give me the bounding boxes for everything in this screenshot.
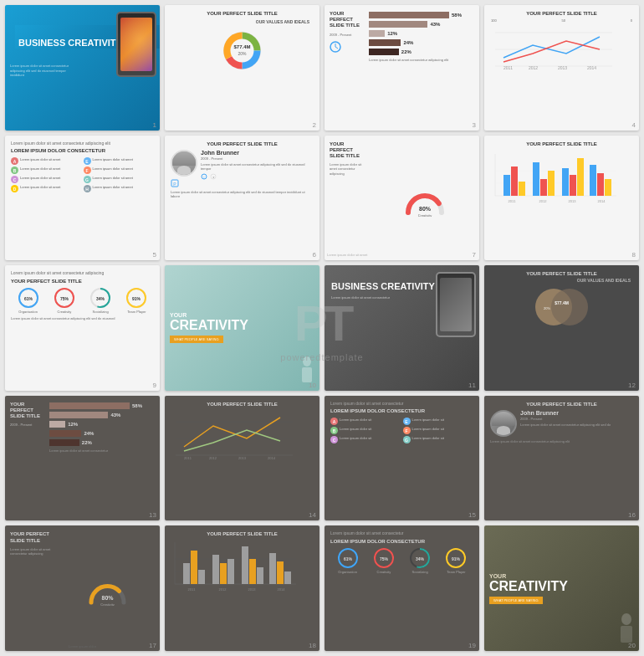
slide-16-title: YOUR PERFECT SLIDE TITLE — [488, 399, 636, 408]
slide-11-body: Lorem ipsum dolor sit amet consectetur — [328, 292, 476, 304]
svg-rect-77 — [242, 546, 248, 584]
slide-18[interactable]: YOUR PERFECT SLIDE TITLE — [165, 525, 319, 651]
slide-13[interactable]: YOUR PERFECT SLIDE TITLE 2009 - Present … — [5, 396, 160, 521]
slide-16-profile: John Brunner 2009 - Present Lorem ipsum … — [488, 408, 636, 438]
svg-rect-30 — [562, 168, 569, 196]
svg-rect-80 — [269, 553, 276, 584]
slide-13-body: Lorem ipsum dolor sit amet consectetur — [49, 448, 156, 453]
svg-text:75%: 75% — [60, 296, 69, 301]
slide-number-11: 11 — [468, 382, 476, 389]
slide-17-title: YOUR PERFECT SLIDE TITLE — [8, 529, 54, 546]
pie-chart-2: $77.4M 20% — [219, 28, 265, 74]
slide-3[interactable]: YOUR PERFECT SLIDE TITLE 2009 - Present … — [325, 5, 479, 131]
slide-19-stats: 61% Organisation 75% Creativity — [328, 547, 476, 574]
profile-name-16: John Brunner — [520, 410, 633, 416]
slide-number-2: 2 — [313, 121, 316, 129]
svg-rect-73 — [198, 570, 205, 584]
slide-2[interactable]: YOUR PERFECT SLIDE TITLE OUR VALUES AND … — [165, 5, 319, 131]
slide-4[interactable]: YOUR PERFECT SLIDE TITLE 100500 2011 201… — [484, 5, 639, 131]
slide-6[interactable]: YOUR PERFECT SLIDE TITLE P John Brunner … — [165, 136, 319, 261]
svg-rect-76 — [227, 559, 234, 584]
slide-13-bars: 58% 43% 12% 24% — [49, 399, 156, 518]
slide-2-title: YOUR PERFECT SLIDE TITLE — [168, 8, 316, 18]
slide-7[interactable]: YOUR PERFECT SLIDE TITLE Lorem ipsum dol… — [325, 136, 479, 261]
slide-17-footer: Lorem ipsum dolor — [5, 644, 160, 648]
slide-number-4: 4 — [632, 121, 636, 129]
slide-14[interactable]: YOUR PERFECT SLIDE TITLE 2011 2012 2013 … — [165, 396, 319, 521]
slide-12-title: YOUR PERFECT SLIDE TITLE — [488, 269, 636, 277]
slide-number-12: 12 — [628, 382, 636, 389]
slide-11[interactable]: BUSINESS CREATIVITY Lorem ipsum dolor si… — [325, 265, 479, 391]
svg-rect-31 — [570, 175, 576, 196]
slide-number-1: 1 — [153, 121, 156, 129]
slide-3-body: Lorem ipsum dolor sit amet consectetur a… — [369, 58, 476, 62]
svg-text:2012: 2012 — [219, 587, 227, 592]
profile-avatar-6 — [171, 150, 197, 177]
svg-rect-28 — [540, 179, 547, 196]
slide-8[interactable]: YOUR PERFECT SLIDE TITLE — [484, 136, 639, 261]
slide-number-7: 7 — [473, 251, 476, 259]
svg-rect-79 — [257, 567, 263, 584]
profile-avatar-16 — [490, 410, 517, 437]
slide-19-title: Lorem ipsum dolor consectetur — [328, 538, 476, 547]
slide-number-10: 10 — [309, 382, 316, 389]
slide-9-stats: 61% Organisation 75% Creativity — [8, 287, 156, 314]
svg-text:2012: 2012 — [539, 199, 548, 203]
svg-text:P: P — [173, 181, 176, 186]
svg-text:Creativity: Creativity — [100, 602, 115, 606]
svg-rect-75 — [220, 563, 227, 584]
slide-9-header: Lorem ipsum dolor sit amet consectetur a… — [8, 269, 156, 278]
slide-3-date: 2009 - Present — [328, 32, 365, 38]
phone-screen — [120, 18, 152, 71]
svg-text:34%: 34% — [416, 556, 425, 561]
svg-rect-24 — [503, 175, 510, 196]
svg-text:91%: 91% — [452, 556, 461, 561]
slide-1[interactable]: BUSINESS CREATIVITY Lorem ipsum dolor si… — [5, 5, 160, 131]
svg-rect-71 — [183, 563, 190, 584]
slide-15-list: A Lorem ipsum dolor sit E Lorem ipsum do… — [328, 416, 476, 445]
svg-text:$77.4M: $77.4M — [233, 44, 250, 49]
profile-body-6: Lorem ipsum dolor sit amet consectetur a… — [201, 162, 314, 171]
svg-text:2014: 2014 — [598, 199, 606, 203]
svg-rect-26 — [519, 182, 525, 196]
svg-text:★: ★ — [212, 176, 215, 179]
slide-4-title: YOUR PERFECT SLIDE TITLE — [488, 8, 636, 18]
slide-10[interactable]: YOUR CREATIVITY WHAT PEOPLE ARE SAYING 1… — [165, 265, 319, 391]
slide-5-title: Lorem ipsum dolor consectetur — [8, 147, 156, 156]
slide-20[interactable]: YOUR CREATIVITY WHAT PEOPLE ARE SAYING 2… — [484, 525, 639, 651]
profile-extra-16: Lorem ipsum dolor sit amet consectetur a… — [488, 438, 636, 444]
svg-text:2013: 2013 — [558, 65, 567, 70]
slide-20-subtitle: WHAT PEOPLE ARE SAYING — [489, 597, 543, 604]
slide-5[interactable]: Lorem ipsum dolor sit amet consectetur a… — [5, 136, 160, 261]
slide-19[interactable]: Lorem ipsum dolor sit amet consectetur L… — [325, 525, 479, 651]
slide-7-footer: Lorem ipsum dolor sit amet — [327, 254, 477, 258]
slide-20-title: CREATIVITY — [489, 580, 634, 593]
slide-9[interactable]: Lorem ipsum dolor sit amet consectetur a… — [5, 265, 160, 391]
slide-12[interactable]: YOUR PERFECT SLIDE TITLE OUR VALUES AND … — [484, 265, 639, 391]
slide-5-header-text: Lorem ipsum dolor sit amet consectetur a… — [8, 139, 156, 148]
slide-3-icon — [328, 41, 365, 56]
svg-text:2014: 2014 — [278, 587, 286, 592]
svg-rect-78 — [249, 559, 256, 584]
svg-text:$77.4M: $77.4M — [555, 300, 569, 305]
slide-8-title: YOUR PERFECT SLIDE TITLE — [488, 139, 636, 148]
slide-17[interactable]: YOUR PERFECT SLIDE TITLE Lorem ipsum dol… — [5, 525, 160, 651]
slide-10-title: CREATIVITY — [170, 319, 314, 332]
slide-16[interactable]: YOUR PERFECT SLIDE TITLE John Brunner 20… — [484, 396, 639, 521]
slide-10-pre-title: YOUR — [170, 312, 314, 318]
svg-text:2014: 2014 — [587, 65, 596, 70]
svg-rect-27 — [533, 162, 539, 196]
slide-13-title: YOUR PERFECT SLIDE TITLE — [8, 399, 46, 423]
slide-17-body: Lorem ipsum dolor sit amet consectetur a… — [8, 546, 54, 556]
slide-9-title: YOUR PERFECT SLIDE TITLE — [8, 278, 156, 287]
svg-rect-25 — [511, 167, 518, 196]
slide-7-gauge: 80% Creativity — [373, 139, 476, 258]
phone-mockup — [116, 12, 156, 77]
phone-screen-glow — [120, 18, 152, 71]
slide-15[interactable]: Lorem ipsum dolor sit amet consectetur L… — [325, 396, 479, 521]
slide-19-header: Lorem ipsum dolor sit amet consectetur — [328, 529, 476, 538]
svg-rect-34 — [597, 173, 604, 196]
svg-text:2011: 2011 — [188, 587, 197, 592]
svg-text:20%: 20% — [238, 51, 247, 56]
slide-number-14: 14 — [309, 511, 316, 519]
